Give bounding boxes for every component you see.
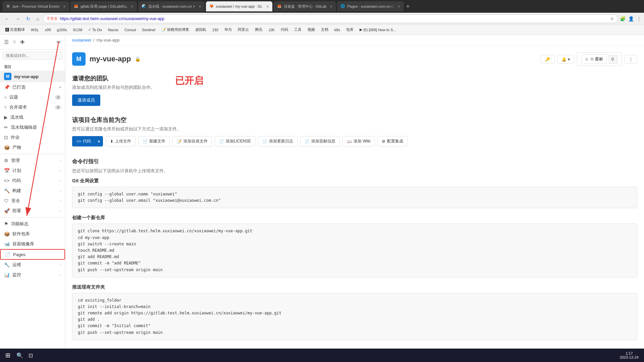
main-content: xuxiaowei / my-vue-app M my-vue-app 🔒 🔑 …	[65, 35, 644, 362]
bookmark-x99[interactable]: x99	[42, 27, 54, 33]
add-contributing-button[interactable]: 📄 添加贡献信息	[300, 136, 340, 146]
configure-integrations-button[interactable]: ⚙ 配置集成	[377, 136, 408, 146]
address-bar[interactable]: 不安全 https://gitlab.test.helm.xuxiaowei.c…	[43, 14, 618, 23]
bookmark-911m[interactable]: 911M	[70, 27, 85, 33]
merge-request-button[interactable]: ⑂	[11, 38, 17, 47]
bookmark-todo[interactable]: ✓ To Do	[86, 27, 105, 33]
sidebar-item-build[interactable]: 🔨 构建 ›	[0, 186, 65, 196]
add-changelog-button[interactable]: 📄 添加更新日志	[258, 136, 298, 146]
bookmark-vm[interactable]: 虚拟机	[193, 26, 209, 33]
add-readme-button[interactable]: 📝 添加自述文件	[172, 136, 212, 146]
new-file-button[interactable]: 📄 新建文件	[138, 136, 170, 146]
tab-dashboard[interactable]: 🦊 仪表盘 · 管理中心 · GitLab ✕	[274, 1, 336, 11]
bookmark-video[interactable]: 视频	[305, 26, 318, 33]
project-header: M my-vue-app 🔒 🔑 🔔 ▾ ☆ ☆ 星标 0	[65, 46, 644, 69]
tab-favicon-pages: 🌐	[340, 4, 345, 9]
sidebar-item-artifacts[interactable]: 📦 产物	[0, 142, 65, 153]
tab-pages[interactable]: 🌐 Pages · xuxiaowei-com-cn /... ✕	[337, 1, 404, 11]
bookmark-huawei[interactable]: 华为	[222, 26, 234, 33]
bookmark-code[interactable]: 代码	[278, 26, 291, 33]
sidebar-item-issues[interactable]: ○ 议题 0	[0, 92, 65, 102]
add-license-button[interactable]: 📄 添加LICENSE	[215, 136, 255, 146]
extensions-icon[interactable]: 🧩	[620, 16, 626, 21]
reload-button[interactable]: ↻	[24, 15, 32, 22]
task-view-button[interactable]: ⊡	[26, 352, 35, 359]
sidebar-item-deploy[interactable]: 🚀 部署 ›	[0, 206, 65, 216]
bookmark-tools[interactable]: 工具	[291, 26, 304, 33]
sidebar-item-pipeline[interactable]: ▶ 流水线	[0, 112, 65, 122]
add-wiki-button[interactable]: 📖 添加 Wiki	[342, 136, 375, 146]
tab-gitlab-app[interactable]: 🦊 gitlab 应用 page | GitLab/Ku... ✕	[70, 1, 137, 11]
notifications-button[interactable]: 🔔 ▾	[557, 55, 574, 64]
bookmark-aliyun[interactable]: 阿里云	[235, 26, 252, 33]
bookmark-nacos[interactable]: Nacos	[105, 27, 121, 33]
back-button[interactable]: ←	[3, 15, 11, 22]
code-dropdown-button[interactable]: ▾	[95, 136, 103, 146]
bookmark-g150s[interactable]: g150s	[54, 27, 70, 33]
upload-label: 上传文件	[115, 138, 131, 144]
bookmark-youtube[interactable]: ▶ (5) [008] How to S...	[357, 27, 399, 33]
upload-file-button[interactable]: ⬆ 上传文件	[106, 136, 136, 146]
taskbar: ⊞ 🔍 ⊡ 1:17 2023-12-24	[0, 349, 644, 362]
sidebar-item-packages[interactable]: 📦 软件包库	[0, 229, 65, 239]
bookmark-blog[interactable]: 📝 徐晓伟的博客	[159, 26, 192, 33]
bookmark-sentinel[interactable]: Sentinel	[139, 27, 158, 33]
home-button[interactable]: ⌂	[34, 15, 41, 22]
sidebar-item-container-registry[interactable]: 🐋 容器镜像库	[0, 239, 65, 249]
bookmark-packages[interactable]: 包库	[343, 26, 356, 33]
sidebar-item-manage[interactable]: ⚙ 管理 ›	[0, 156, 65, 166]
sidebar-item-plan[interactable]: 📅 计划 ›	[0, 166, 65, 176]
sidebar-search-input[interactable]	[3, 52, 62, 60]
tab-close-pve[interactable]: ✕	[63, 5, 66, 8]
jobs-icon: ⊡	[4, 135, 8, 140]
container-registry-label: 容器镜像库	[12, 241, 61, 247]
git-global-commands: git config --global user.name "xuxiaowei…	[72, 187, 637, 208]
tab-close-pipeline[interactable]: ✕	[199, 5, 201, 8]
key-action-button[interactable]: 🔑	[541, 55, 554, 64]
toggle-sidebar-button[interactable]: ☰	[3, 38, 10, 47]
sidebar-item-pipeline-editor[interactable]: ✏ 流水线编辑器	[0, 122, 65, 132]
forward-button[interactable]: →	[13, 15, 22, 22]
sidebar-item-monitoring[interactable]: 📊 监控 ›	[0, 270, 65, 280]
sidebar-item-security[interactable]: 🛡 安全 ›	[0, 196, 65, 206]
star-button[interactable]: ☆ ☆ 星标	[581, 54, 607, 64]
menu-icon[interactable]: ⋮	[637, 16, 641, 21]
new-tab-button[interactable]: +	[406, 3, 409, 9]
tab-my-vue-app[interactable]: 🦊 xuxiaowei / my-vue-app · Gi... ✕	[206, 1, 272, 11]
start-button[interactable]: ⊞	[3, 351, 13, 360]
sidebar-item-code[interactable]: <> 代码 ›	[0, 176, 65, 186]
bookmark-tencent[interactable]: 腾讯	[252, 26, 265, 33]
pages-label: Pages	[13, 252, 60, 257]
bookmark-baidu[interactable]: 🅱 百度翻译	[3, 26, 28, 33]
sidebar-item-jobs[interactable]: ⊡ 作业	[0, 132, 65, 142]
bookmark-docs[interactable]: 文档	[318, 26, 331, 33]
sidebar-item-feature-flags[interactable]: ⚑ 功能标志	[0, 219, 65, 229]
profile-icon[interactable]: 👤	[628, 16, 634, 21]
tab-close-pages[interactable]: ✕	[397, 5, 400, 8]
bookmark-star-icon[interactable]: ☆	[610, 16, 614, 21]
search-taskbar-button[interactable]: 🔍	[14, 352, 25, 359]
sidebar-item-merge-requests[interactable]: ⑂ 合并请求 0	[0, 102, 65, 112]
code-button[interactable]: <> 代码	[72, 136, 95, 146]
sidebar-item-pinned[interactable]: 📌 已打选 ▾	[0, 82, 65, 92]
browser-chrome: 🖥 pve - Proxmox Virtual Enviro... ✕ 🦊 gi…	[0, 0, 644, 13]
bookmark-192[interactable]: 192	[210, 27, 221, 33]
sidebar-item-project[interactable]: M my-vue-app	[0, 71, 65, 82]
breadcrumb-user-link[interactable]: xuxiaowei	[72, 38, 91, 43]
tab-pve[interactable]: 🖥 pve - Proxmox Virtual Enviro... ✕	[3, 1, 69, 11]
tab-close-my-vue-app[interactable]: ✕	[266, 5, 269, 8]
new-item-button[interactable]: ✚	[19, 38, 26, 47]
sidebar-item-pages[interactable]: 📄 Pages	[0, 249, 65, 260]
more-actions-button[interactable]: ⋮	[625, 55, 637, 64]
tab-close-gitlab-app[interactable]: ✕	[131, 5, 133, 8]
tab-close-dashboard[interactable]: ✕	[330, 5, 332, 8]
bookmark-jjk[interactable]: JJK	[266, 27, 277, 33]
edit-button[interactable]: ✏	[55, 38, 62, 47]
bookmark-consul[interactable]: Consul	[122, 27, 139, 33]
invite-members-button[interactable]: 邀请成员	[72, 95, 100, 106]
deploy-label: 部署	[12, 208, 57, 214]
tab-pipeline[interactable]: 🌊 流水线 · xuxiaowei-com-cn × ✕	[138, 1, 205, 11]
bookmark-k8s[interactable]: k8s	[332, 27, 343, 33]
sidebar-item-operations[interactable]: 🔧 运维 ›	[0, 260, 65, 270]
bookmark-wsl[interactable]: WSL	[28, 27, 42, 33]
